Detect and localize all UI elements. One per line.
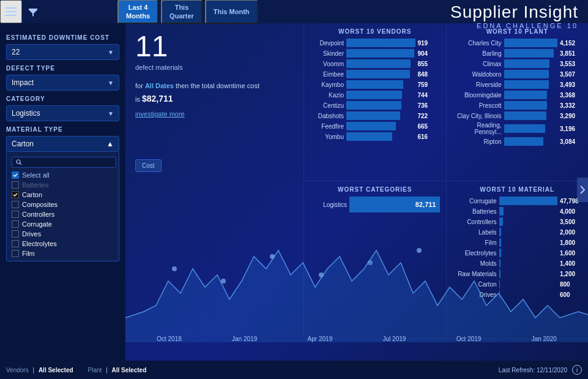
defect-type-dropdown[interactable]: Impact ▼ <box>6 75 119 91</box>
worst-vendors-panel: WORST 10 VENDORS Devpoint 919 Skinder 90… <box>303 23 446 181</box>
bar-label: Bloomingdale <box>453 92 502 99</box>
bar-label: Riverside <box>453 81 502 88</box>
chevron-down-icon3: ▼ <box>108 110 114 117</box>
controllers-checkbox[interactable] <box>12 211 19 218</box>
category-dropdown[interactable]: Logistics ▼ <box>6 105 119 121</box>
bar-label: Ripton <box>453 138 502 145</box>
bar-label: Batteries <box>453 208 497 215</box>
film-checkbox[interactable] <box>12 250 19 257</box>
hamburger-button[interactable] <box>0 0 22 23</box>
brand-main-title: Supplier Insight <box>450 2 578 22</box>
select-all-item[interactable]: Select all <box>9 170 119 180</box>
corrugate-checkbox[interactable] <box>12 220 19 228</box>
bar-value: 3,507 <box>560 71 582 78</box>
bar-track <box>504 80 558 89</box>
bar-row: Dabshots 722 <box>310 111 440 120</box>
bar-row: Riverside 3,493 <box>453 80 582 89</box>
material-item-controllers[interactable]: Controllers <box>9 209 119 219</box>
material-item-corrugate[interactable]: Corrugate <box>9 219 119 229</box>
bar-label: Clay City, Illinois <box>453 113 502 119</box>
drives-checkbox[interactable] <box>12 230 19 238</box>
bar-track <box>346 70 415 78</box>
chevron-down-icon2: ▼ <box>108 80 114 86</box>
vendors-label: Vendors <box>6 367 29 373</box>
carton-checkbox[interactable] <box>12 191 19 198</box>
electrolytes-checkbox[interactable] <box>12 240 19 247</box>
material-item-carton[interactable]: Carton <box>9 190 119 200</box>
select-all-checkbox[interactable] <box>12 171 19 179</box>
bar-track <box>504 101 558 110</box>
material-item-electrolytes[interactable]: Electrolytes <box>9 239 119 249</box>
bar-fill <box>504 59 550 68</box>
material-item-film[interactable]: Film <box>9 249 119 258</box>
svg-point-2 <box>172 266 177 271</box>
bar-track <box>346 122 415 130</box>
bar-value: 4,000 <box>560 208 582 215</box>
worst-vendors-title: WORST 10 VENDORS <box>310 28 440 35</box>
bar-track <box>504 70 558 78</box>
tab-this-month[interactable]: This Month <box>205 0 258 24</box>
estimated-downtime-label: ESTIMATED DOWNTIME COST <box>6 34 119 41</box>
material-type-dropdown[interactable]: Carton ▲ <box>6 136 119 152</box>
bar-fill <box>346 80 403 89</box>
bar-row: Bloomingdale 3,368 <box>453 91 582 99</box>
bar-label: Eimbee <box>310 71 344 78</box>
chevron-down-icon: ▼ <box>108 49 114 56</box>
cost-button[interactable]: Cost <box>135 159 162 172</box>
bar-label: Skinder <box>310 50 344 57</box>
analysis-text: for All Dates then the total downtime co… <box>135 81 287 105</box>
bar-label: Kaymbo <box>310 81 344 88</box>
bar-track <box>346 59 415 68</box>
bar-fill <box>346 91 402 99</box>
bar-label: Barling <box>453 50 502 57</box>
bar-row: Clay City, Illinois 3,290 <box>453 111 582 120</box>
bar-fill <box>499 197 558 205</box>
filter-icon <box>22 0 44 23</box>
bar-label: Charles City <box>453 40 502 47</box>
material-item-batteries[interactable]: Batteries <box>9 180 119 190</box>
bar-value: 3,493 <box>560 81 582 88</box>
material-search-input[interactable] <box>24 159 112 166</box>
plant-bottom: Plant | All Selected <box>88 367 147 373</box>
bar-track <box>504 91 558 99</box>
bar-value: 759 <box>418 81 440 88</box>
material-item-drives[interactable]: Drives <box>9 229 119 239</box>
bar-row: Feedfire 665 <box>310 122 440 130</box>
batteries-checkbox[interactable] <box>12 181 19 189</box>
bar-row: Corrugate 47,798 <box>453 197 582 205</box>
composites-checkbox[interactable] <box>12 201 19 208</box>
bar-row: Skinder 904 <box>310 49 440 58</box>
investigate-link[interactable]: investigate more <box>135 110 287 118</box>
vendors-bars: Devpoint 919 Skinder 904 Voomm 855 Eimbe… <box>310 39 440 141</box>
svg-line-1 <box>20 163 22 165</box>
material-search-box[interactable] <box>12 157 116 168</box>
tab-this-quarter[interactable]: ThisQuarter <box>161 0 203 24</box>
center-section: 11 defect materials for All Dates then t… <box>125 23 297 181</box>
info-icon[interactable]: i <box>572 365 582 375</box>
material-item-composites[interactable]: Composites <box>9 200 119 209</box>
bar-value: 722 <box>418 113 440 119</box>
chevron-up-icon: ▲ <box>106 140 114 148</box>
bar-row: Prescott 3,332 <box>453 101 582 110</box>
main-area: 11 defect materials for All Dates then t… <box>125 23 588 361</box>
vendors-value: All Selected <box>39 367 73 373</box>
bar-track <box>346 132 415 141</box>
bar-value: 3,332 <box>560 102 582 109</box>
bar-row: Reading, Pennsyl... 3,196 <box>453 122 582 135</box>
bar-label: Corrugate <box>453 198 497 205</box>
brand-area: Supplier Insight EDNA CHALLENGE 10 <box>450 2 578 29</box>
bar-value: 3,196 <box>560 126 582 132</box>
material-type-list: Select all Batteries Carton Composites C… <box>6 152 119 261</box>
last-refresh-text: Last Refresh: 12/11/2020 <box>499 367 567 373</box>
bar-value: 665 <box>418 123 440 130</box>
bar-label: Centizu <box>310 102 344 109</box>
bar-track <box>499 197 558 205</box>
estimated-downtime-dropdown[interactable]: 22 ▼ <box>6 44 119 60</box>
big-number: 11 <box>135 32 287 61</box>
tab-last-4-months[interactable]: Last 4Months <box>117 0 158 24</box>
right-arrow-button[interactable] <box>577 178 588 202</box>
bar-label: Reading, Pennsyl... <box>453 122 502 135</box>
material-type-label: MATERIAL TYPE <box>6 126 119 133</box>
bar-value: 744 <box>418 92 440 99</box>
bar-label: Dabshots <box>310 113 344 119</box>
